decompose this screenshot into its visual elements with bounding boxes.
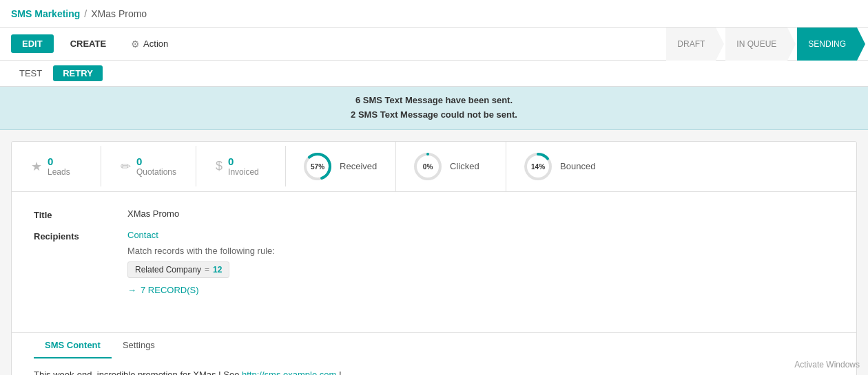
dollar-icon: $: [216, 159, 223, 173]
stat-invoiced[interactable]: $ 0 Invoiced: [196, 146, 286, 186]
records-link[interactable]: → 7 RECORD(S): [127, 285, 275, 295]
sms-text-prefix: This week-end, incredible promotion for …: [34, 369, 242, 375]
quotations-number: 0: [136, 156, 176, 167]
main-toolbar: EDIT CREATE ⚙ Action DRAFT IN QUEUE SEND…: [0, 28, 868, 61]
form-section: Title XMas Promo Recipients Contact Matc…: [12, 192, 856, 321]
breadcrumb-page: XMas Promo: [91, 8, 147, 19]
stat-received[interactable]: 57% Received: [286, 142, 396, 191]
invoiced-text: 0 Invoiced: [228, 156, 259, 177]
rule-operator: =: [205, 265, 209, 275]
received-circle: 57%: [302, 151, 333, 182]
records-count: 7 RECORD(S): [141, 285, 199, 295]
bounced-label: Bounced: [560, 161, 595, 171]
leads-number: 0: [48, 156, 70, 167]
arrow-right-icon: →: [127, 285, 136, 295]
received-pct: 57%: [311, 162, 324, 170]
invoiced-label: Invoiced: [228, 167, 259, 177]
form-row-title: Title XMas Promo: [34, 208, 834, 220]
rule-tag[interactable]: Related Company = 12: [127, 261, 229, 278]
recipients-value[interactable]: Contact: [127, 230, 275, 240]
action-label: Action: [143, 39, 168, 49]
rule-value: 12: [213, 265, 222, 275]
clicked-pct: 0%: [423, 162, 433, 170]
stat-bounced[interactable]: 14% Bounced: [506, 142, 617, 191]
sms-link[interactable]: http://sms.example.com: [242, 369, 336, 375]
received-label: Received: [340, 161, 377, 171]
rule-text: Match records with the following rule:: [127, 246, 275, 256]
gear-icon: ⚙: [131, 39, 140, 50]
bounced-circle: 14%: [523, 151, 553, 182]
invoiced-number: 0: [228, 156, 259, 167]
status-sending: SENDING: [797, 28, 857, 61]
test-button[interactable]: TEST: [11, 65, 50, 81]
sms-content-area: This week-end, incredible promotion for …: [12, 358, 856, 375]
status-steps: DRAFT IN QUEUE SENDING: [666, 28, 857, 61]
sub-toolbar: TEST RETRY: [0, 61, 868, 87]
stat-quotations[interactable]: ✏ 0 Quotations: [101, 146, 196, 186]
bounced-pct: 14%: [531, 162, 545, 170]
clicked-label: Clicked: [450, 161, 479, 171]
alert-line1: 6 SMS Text Message have been sent.: [7, 94, 861, 108]
edit-button[interactable]: EDIT: [11, 34, 54, 53]
rule-field: Related Company: [135, 265, 201, 275]
quotations-label: Quotations: [136, 167, 176, 177]
breadcrumb-bar: SMS Marketing / XMas Promo: [0, 0, 868, 28]
tabs-bar: SMS Content Settings: [12, 332, 856, 358]
stat-leads[interactable]: ★ 0 Leads: [12, 146, 101, 186]
status-draft: DRAFT: [666, 28, 716, 61]
tab-settings[interactable]: Settings: [112, 333, 166, 358]
leads-text: 0 Leads: [48, 156, 70, 177]
tab-sms-content[interactable]: SMS Content: [34, 333, 112, 358]
title-label: Title: [34, 208, 116, 220]
action-button[interactable]: ⚙ Action: [123, 34, 176, 54]
star-icon: ★: [31, 159, 42, 174]
create-button[interactable]: CREATE: [59, 34, 117, 53]
recipients-label: Recipients: [34, 230, 116, 242]
sms-text-suffix: !: [336, 369, 341, 375]
clicked-circle: 0%: [413, 151, 443, 182]
breadcrumb-app[interactable]: SMS Marketing: [11, 8, 80, 19]
status-in-queue: IN QUEUE: [725, 28, 787, 61]
quotations-text: 0 Quotations: [136, 156, 176, 177]
leads-label: Leads: [48, 167, 70, 177]
stats-row: ★ 0 Leads ✏ 0 Quotations $ 0 Invoiced: [12, 142, 856, 192]
title-value: XMas Promo: [127, 208, 179, 219]
form-row-recipients: Recipients Contact Match records with th…: [34, 230, 834, 295]
pencil-icon: ✏: [121, 159, 131, 174]
main-content: ★ 0 Leads ✏ 0 Quotations $ 0 Invoiced: [11, 141, 857, 375]
watermark: Activate Windows: [794, 360, 860, 369]
alert-line2: 2 SMS Text Message could not be sent.: [7, 108, 861, 122]
stat-clicked[interactable]: 0% Clicked: [396, 142, 506, 191]
retry-button[interactable]: RETRY: [53, 65, 103, 81]
alert-banner: 6 SMS Text Message have been sent. 2 SMS…: [0, 87, 868, 130]
breadcrumb-separator: /: [84, 8, 87, 19]
breadcrumb: SMS Marketing / XMas Promo: [11, 8, 147, 19]
